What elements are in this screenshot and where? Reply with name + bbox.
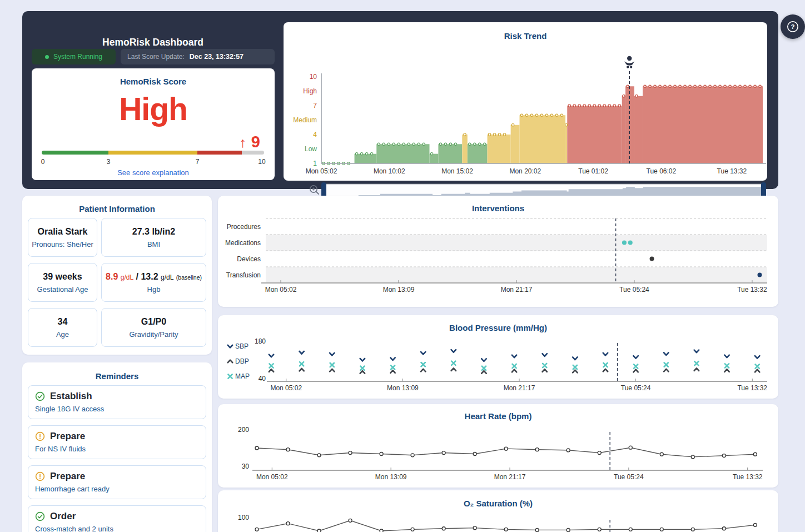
svg-text:Tue 13:32: Tue 13:32 xyxy=(737,384,767,392)
svg-text:Tue 05:24: Tue 05:24 xyxy=(621,384,651,392)
score-tick-label: 10 xyxy=(258,158,265,166)
reminders-card: Reminders Establish Single 18G IV access… xyxy=(22,362,212,532)
svg-text:Medications: Medications xyxy=(225,239,261,247)
svg-text:30: 30 xyxy=(242,463,250,470)
svg-text:Devices: Devices xyxy=(237,255,261,263)
see-score-explanation-link[interactable]: See score explanation xyxy=(32,168,275,177)
question-mark-circle-icon: ? xyxy=(786,19,800,34)
svg-text:High: High xyxy=(303,87,317,95)
heart-rate-title: Heart Rate (bpm) xyxy=(218,411,778,421)
interventions-chart: ProceduresMedicationsDevicesTransfusionM… xyxy=(218,216,778,299)
reminders-title: Reminders xyxy=(22,371,212,381)
o2-saturation-chart: 100Mon 05:02Mon 13:09Mon 21:17Tue 05:24T… xyxy=(218,507,778,532)
reminder-detail: For NS IV fluids xyxy=(35,445,199,453)
last-update-label: Last Score Update: xyxy=(127,53,185,61)
app-title: HemoRisk Dashboard xyxy=(22,37,284,48)
score-tick-label: 7 xyxy=(196,158,200,166)
heart-rate-card: Heart Rate (bpm) 20030Mon 05:02Mon 13:09… xyxy=(218,404,778,488)
reminder-action: Prepare xyxy=(50,431,85,442)
svg-text:Mon 05:02: Mon 05:02 xyxy=(270,384,302,392)
score-delta: ↑ 9 xyxy=(239,133,260,151)
svg-text:Tue 13:32: Tue 13:32 xyxy=(737,286,767,294)
svg-text:MAP: MAP xyxy=(235,372,250,380)
gravidity-label: Gravidity/Parity xyxy=(102,330,206,339)
intervention-event-dot xyxy=(650,257,654,261)
svg-text:Tue 13:32: Tue 13:32 xyxy=(733,473,763,481)
hgb-current-unit: g/dL xyxy=(121,274,133,281)
alert-circle-icon xyxy=(35,471,45,481)
age-cell: 34 Age xyxy=(28,308,97,347)
hgb-baseline-unit: g/dL xyxy=(161,274,173,281)
last-update-value: Dec 23, 13:32:57 xyxy=(190,53,244,61)
svg-text:7: 7 xyxy=(313,102,317,110)
svg-text:Mon 13:09: Mon 13:09 xyxy=(383,286,415,294)
score-tick-label: 0 xyxy=(41,158,45,166)
score-bar-segment xyxy=(197,151,242,155)
page: { "header": { "title": "HemoRisk Dashboa… xyxy=(0,0,805,532)
gravidity-cell: G1/P0 Gravidity/Parity xyxy=(101,308,206,347)
hgb-cell: 8.9 g/dL / 13.2 g/dL (baseline) Hgb xyxy=(101,263,206,302)
hgb-label: Hgb xyxy=(102,285,206,294)
intervention-event-dot xyxy=(757,273,762,277)
age-value: 34 xyxy=(28,317,97,327)
help-button[interactable]: ? xyxy=(781,14,805,39)
gestational-age-value: 39 weeks xyxy=(28,272,97,282)
svg-text:Mon 21:17: Mon 21:17 xyxy=(494,473,526,481)
svg-text:Mon 13:09: Mon 13:09 xyxy=(387,384,419,392)
svg-text:Mon 21:17: Mon 21:17 xyxy=(504,384,535,392)
score-scale-bar xyxy=(42,151,264,155)
svg-text:180: 180 xyxy=(255,337,266,345)
interventions-title: Interventions xyxy=(218,203,778,213)
svg-text:1: 1 xyxy=(313,160,317,167)
score-bar-segment xyxy=(42,151,108,155)
svg-text:?: ? xyxy=(791,23,794,30)
reminder-item[interactable]: Order Cross-match and 2 units xyxy=(28,505,206,532)
svg-text:Tue 01:02: Tue 01:02 xyxy=(578,167,608,175)
gestational-age-cell: 39 weeks Gestational Age xyxy=(28,263,97,302)
svg-text:Low: Low xyxy=(305,145,317,153)
risk-trend-title: Risk Trend xyxy=(284,31,767,41)
reminder-detail: Cross-match and 2 units xyxy=(35,525,199,532)
svg-text:Transfusion: Transfusion xyxy=(226,271,261,279)
score-level: High xyxy=(32,93,275,125)
hgb-value: 8.9 g/dL / 13.2 g/dL (baseline) xyxy=(102,272,206,282)
svg-text:Mon 10:02: Mon 10:02 xyxy=(374,167,405,175)
patient-pronouns: Pronouns: She/Her xyxy=(28,240,97,248)
bmi-cell: 27.3 lb/in2 BMI xyxy=(101,218,206,257)
zoom-in-icon[interactable] xyxy=(309,184,321,196)
svg-text:Tue 05:24: Tue 05:24 xyxy=(614,473,644,481)
blood-pressure-chart: 18040SBPDBPMAPMon 05:02Mon 13:09Mon 21:1… xyxy=(218,332,778,394)
svg-text:4: 4 xyxy=(313,131,317,138)
score-tick-label: 3 xyxy=(107,158,111,166)
svg-text:Mon 05:02: Mon 05:02 xyxy=(265,286,297,294)
blood-pressure-card: Blood Pressure (mm/Hg) 18040SBPDBPMAPMon… xyxy=(218,315,778,399)
score-bar-segment xyxy=(108,151,197,155)
reminder-item[interactable]: Prepare Hemorrhage cart ready xyxy=(28,465,206,499)
bmi-label: BMI xyxy=(102,240,206,248)
svg-text:DBP: DBP xyxy=(235,357,249,365)
hemorisk-score-card: HemoRisk Score High ↑ 9 03710 See score … xyxy=(32,68,275,180)
reminder-action: Order xyxy=(50,511,76,522)
intervention-event-dot xyxy=(628,241,633,245)
alert-circle-icon xyxy=(35,431,45,441)
score-value: 9 xyxy=(251,133,260,151)
reminder-action: Establish xyxy=(50,391,92,402)
baby-icon xyxy=(624,56,634,68)
svg-text:Medium: Medium xyxy=(293,116,317,124)
heart-rate-chart: 20030Mon 05:02Mon 13:09Mon 21:17Tue 05:2… xyxy=(218,421,778,483)
bmi-value: 27.3 lb/in2 xyxy=(102,227,206,237)
svg-text:Mon 13:09: Mon 13:09 xyxy=(375,473,407,481)
reminder-detail: Single 18G IV access xyxy=(35,405,199,413)
reminder-item[interactable]: Prepare For NS IV fluids xyxy=(28,425,206,459)
score-title: HemoRisk Score xyxy=(32,77,275,86)
system-status-badge: System Running xyxy=(32,49,116,64)
check-circle-icon xyxy=(35,391,45,401)
blood-pressure-title: Blood Pressure (mm/Hg) xyxy=(218,323,778,332)
reminder-item[interactable]: Establish Single 18G IV access xyxy=(28,385,206,419)
svg-text:Tue 05:24: Tue 05:24 xyxy=(619,286,649,294)
hgb-current: 8.9 xyxy=(106,272,118,281)
score-bar-segment xyxy=(242,151,264,155)
score-scale-ticks: 03710 xyxy=(42,158,264,166)
svg-text:Mon 15:02: Mon 15:02 xyxy=(441,167,473,175)
svg-text:Tue 13:32: Tue 13:32 xyxy=(717,167,747,175)
